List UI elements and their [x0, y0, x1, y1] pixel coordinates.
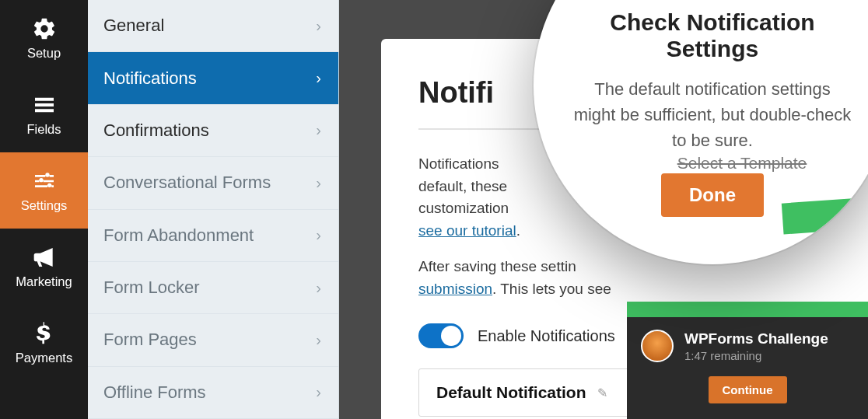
done-button[interactable]: Done [661, 173, 764, 217]
avatar [641, 330, 674, 362]
sidebar-item-label: Notifications [103, 68, 197, 89]
sidebar-item-label: Form Pages [103, 330, 197, 350]
gear-icon [32, 16, 57, 41]
sidebar-item-label: Form Locker [103, 278, 199, 298]
chevron-right-icon: › [316, 226, 321, 244]
chevron-right-icon: › [316, 331, 321, 349]
sidebar-item-form-locker[interactable]: Form Locker › [88, 262, 338, 314]
sidebar-item-label: Conversational Forms [103, 173, 271, 193]
bullhorn-icon [32, 245, 57, 270]
icon-bar: Setup Fields Settings Marketing Payments [0, 0, 88, 419]
tooltip-title: Check Notification Settings [572, 9, 852, 62]
iconbar-marketing-label: Marketing [16, 274, 72, 289]
challenge-timer: 1:47 remaining [684, 349, 828, 362]
sliders-icon [32, 169, 57, 194]
description-para-2: After saving these settin submission. Th… [418, 256, 834, 300]
sidebar-item-confirmations[interactable]: Confirmations › [88, 105, 338, 157]
iconbar-fields-label: Fields [26, 122, 61, 137]
sidebar-item-label: Offline Forms [103, 382, 206, 403]
challenge-widget: WPForms Challenge 1:47 remaining Continu… [627, 302, 868, 419]
sidebar-item-conversational-forms[interactable]: Conversational Forms › [88, 157, 338, 209]
iconbar-setup[interactable]: Setup [0, 0, 88, 76]
iconbar-payments[interactable]: Payments [0, 305, 88, 381]
iconbar-settings-label: Settings [21, 198, 68, 213]
chevron-right-icon: › [316, 174, 321, 192]
continue-button[interactable]: Continue [709, 376, 787, 403]
chevron-right-icon: › [316, 279, 321, 297]
sidebar-item-form-abandonment[interactable]: Form Abandonment › [88, 210, 338, 262]
main-area: Notifi Notifications default, these cust… [339, 0, 868, 419]
dollar-icon [32, 321, 57, 346]
challenge-body: WPForms Challenge 1:47 remaining Continu… [627, 317, 868, 419]
iconbar-marketing[interactable]: Marketing [0, 229, 88, 305]
iconbar-setup-label: Setup [27, 46, 61, 61]
iconbar-settings[interactable]: Settings [0, 152, 88, 229]
chevron-right-icon: › [316, 121, 321, 139]
iconbar-payments-label: Payments [16, 351, 72, 365]
sidebar-item-label: Confirmations [103, 120, 209, 141]
enable-notifications-label: Enable Notifications [478, 327, 615, 345]
enable-notifications-toggle[interactable] [418, 323, 464, 348]
default-notification-title: Default Notification [436, 383, 586, 402]
iconbar-fields[interactable]: Fields [0, 76, 88, 152]
sidebar-item-label: Form Abandonment [103, 225, 254, 246]
chevron-right-icon: › [316, 17, 321, 35]
progress-bar [627, 302, 868, 317]
sidebar-item-form-pages[interactable]: Form Pages › [88, 314, 338, 366]
sidebar-item-general[interactable]: General › [88, 0, 338, 52]
sidebar-item-label: General [103, 16, 164, 36]
pencil-icon[interactable]: ✎ [597, 386, 607, 400]
list-icon [32, 93, 57, 117]
chevron-right-icon: › [316, 69, 321, 87]
tooltip-body: The default notification settings might … [572, 76, 852, 153]
chevron-right-icon: › [316, 383, 321, 401]
settings-sidebar: General › Notifications › Confirmations … [88, 0, 339, 419]
step-select-template: Select a Template [611, 154, 868, 173]
sidebar-item-offline-forms[interactable]: Offline Forms › [88, 367, 338, 419]
submission-link[interactable]: submission [418, 281, 492, 297]
challenge-title: WPForms Challenge [684, 330, 828, 347]
sidebar-item-notifications[interactable]: Notifications › [88, 52, 338, 104]
tutorial-link[interactable]: see our tutorial [418, 222, 516, 239]
